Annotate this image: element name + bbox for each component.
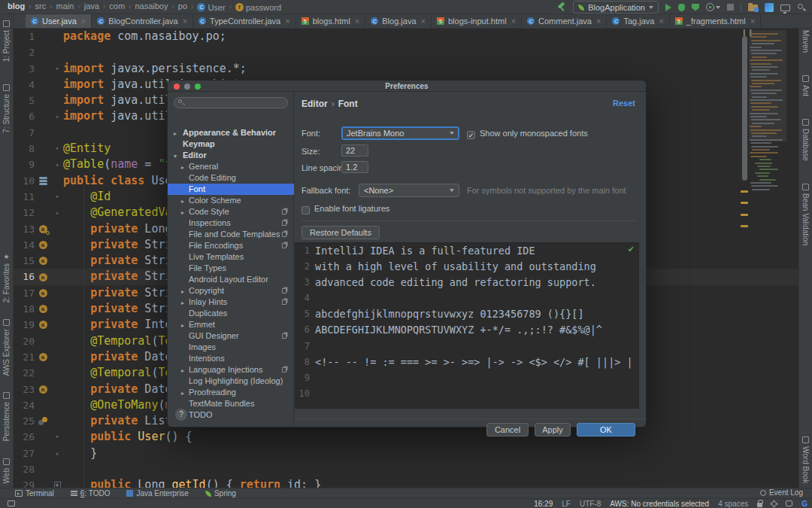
- settings-tree-item[interactable]: ▾Editor: [168, 150, 294, 161]
- tool-window-button-2-favorites[interactable]: ★2: Favorites: [2, 253, 11, 303]
- search-everywhere-icon[interactable]: [797, 3, 806, 12]
- settings-tree-item[interactable]: ▸Color Scheme: [168, 195, 294, 206]
- breadcrumb-item[interactable]: fpassword: [235, 3, 281, 12]
- editor-tab[interactable]: 5_fragments.html×: [670, 14, 761, 28]
- checkbox-checked-icon[interactable]: ✓: [467, 131, 475, 139]
- editor-tab[interactable]: CTag.java×: [607, 14, 669, 28]
- breadcrumb-item[interactable]: po: [178, 2, 187, 11]
- tree-collapsed-icon[interactable]: ▸: [181, 207, 184, 218]
- tab-close-icon[interactable]: ×: [81, 17, 86, 26]
- settings-tree-item[interactable]: File Encodings: [168, 240, 294, 251]
- tree-collapsed-icon[interactable]: ▸: [181, 388, 184, 399]
- tool-window-button-ant[interactable]: Ant: [801, 75, 810, 96]
- editor-tab[interactable]: CUser.java×: [26, 14, 92, 28]
- fold-marker[interactable]: ▴: [51, 205, 63, 221]
- settings-tree-item[interactable]: Code Editing: [168, 172, 294, 184]
- font-preview[interactable]: 1IntelliJ IDEA is a full-featured IDE2wi…: [295, 242, 639, 409]
- fold-marker[interactable]: ▾: [51, 61, 63, 77]
- field-icon[interactable]: a: [39, 273, 47, 281]
- settings-tree-item[interactable]: File Types: [168, 263, 294, 274]
- fold-marker[interactable]: ▾: [51, 189, 63, 205]
- field-icon[interactable]: a: [39, 289, 47, 297]
- relationship-icon[interactable]: [38, 417, 48, 425]
- settings-tree-item[interactable]: File and Code Templates: [168, 229, 294, 240]
- tree-collapsed-icon[interactable]: ▸: [181, 196, 184, 207]
- breadcrumb-item[interactable]: main: [56, 2, 74, 11]
- tree-collapsed-icon[interactable]: ▸: [174, 128, 177, 139]
- settings-tree-item[interactable]: Images: [168, 342, 294, 353]
- zoom-window-icon[interactable]: [195, 84, 201, 90]
- font-size-field[interactable]: [341, 144, 368, 157]
- tool-window-button-aws-explorer[interactable]: AWS Explorer: [2, 319, 11, 376]
- settings-tree-item[interactable]: Keymap: [168, 138, 294, 150]
- settings-tree-item[interactable]: ▸Appearance & Behavior: [168, 127, 294, 138]
- tree-collapsed-icon[interactable]: ▸: [181, 286, 184, 297]
- tool-window-button-bean-validation[interactable]: Bean Validation: [801, 184, 810, 245]
- tool-window-button-terminal[interactable]: Terminal: [15, 489, 54, 497]
- editor-tab[interactable]: 5blogs.html×: [296, 14, 366, 28]
- settings-tree-item[interactable]: Log Highlighting (Ideolog): [168, 376, 294, 387]
- jpa-entity-icon[interactable]: [39, 177, 47, 185]
- settings-tree-item[interactable]: ▸Code Style: [168, 206, 294, 217]
- settings-tree-item[interactable]: Inspections: [168, 217, 294, 229]
- monospaced-checkbox-row[interactable]: ✓Show only monospaced fonts: [467, 129, 588, 139]
- event-log-button[interactable]: Event Log: [760, 488, 803, 497]
- id-field-icon[interactable]: a: [39, 225, 47, 233]
- tool-window-button-java-enterprise[interactable]: Java Enterprise: [126, 489, 188, 497]
- breadcrumb-item[interactable]: src: [35, 2, 47, 11]
- lock-icon[interactable]: [757, 503, 762, 507]
- device-preview-icon[interactable]: [780, 5, 790, 11]
- stop-button[interactable]: [727, 4, 734, 11]
- breadcrumb-item[interactable]: com: [109, 2, 125, 11]
- project-structure-icon[interactable]: [748, 5, 758, 11]
- tree-collapsed-icon[interactable]: ▸: [181, 297, 184, 309]
- editor-tab[interactable]: CTypeController.java×: [193, 14, 296, 28]
- tool-window-button-database[interactable]: Database: [801, 119, 810, 161]
- settings-tree-item[interactable]: Android Layout Editor: [168, 274, 294, 285]
- fold-marker[interactable]: ▴: [51, 446, 63, 461]
- breadcrumb-item[interactable]: nasaiboy: [135, 2, 168, 11]
- settings-tree-item[interactable]: GUI Designer: [168, 330, 294, 342]
- apply-button[interactable]: Apply: [535, 423, 571, 437]
- breadcrumb-item[interactable]: blog: [8, 2, 25, 11]
- tab-close-icon[interactable]: ×: [421, 17, 426, 26]
- ligatures-checkbox-row[interactable]: ✓Enable font ligatures: [301, 204, 389, 214]
- settings-tree-item[interactable]: ▸General: [168, 161, 294, 172]
- ok-button[interactable]: OK: [577, 423, 635, 437]
- field-icon[interactable]: a: [39, 321, 47, 329]
- tree-collapsed-icon[interactable]: ▸: [181, 162, 184, 173]
- help-button[interactable]: ?: [175, 409, 187, 421]
- settings-tree-item[interactable]: ▸Proofreading: [168, 387, 294, 398]
- profiler-button[interactable]: [706, 3, 720, 11]
- tool-window-button-7-structure[interactable]: 7: Structure: [2, 84, 11, 133]
- tab-close-icon[interactable]: ×: [285, 17, 289, 26]
- code-text[interactable]: package com.nasaiboy.po;: [63, 29, 798, 44]
- reset-link[interactable]: Reset: [613, 99, 635, 108]
- code-text[interactable]: }: [63, 446, 798, 461]
- tab-close-icon[interactable]: ×: [750, 17, 755, 26]
- settings-tree-item[interactable]: ▸Inlay Hints: [168, 297, 294, 308]
- screencast-icon[interactable]: [786, 500, 792, 506]
- field-icon[interactable]: a: [39, 385, 47, 394]
- fold-marker[interactable]: ▴: [51, 108, 63, 124]
- gradle-sync-icon[interactable]: [765, 3, 774, 12]
- breadcrumb-item[interactable]: CUser: [197, 3, 225, 12]
- editor-scrollbar[interactable]: [742, 36, 747, 181]
- tree-expanded-icon[interactable]: ▾: [174, 151, 177, 162]
- code-text[interactable]: import javax.persistence.*;: [63, 61, 798, 77]
- tool-window-button-spring[interactable]: Spring: [205, 489, 236, 497]
- fallback-font-select[interactable]: <None>: [359, 184, 459, 197]
- editor-tab[interactable]: 5blogs-input.html×: [432, 14, 522, 28]
- code-minimap[interactable]: [749, 30, 786, 250]
- expand-fold-icon[interactable]: +: [54, 482, 61, 488]
- fold-marker[interactable]: ▾: [51, 429, 63, 445]
- run-button[interactable]: [665, 4, 671, 11]
- coverage-button[interactable]: [692, 4, 699, 11]
- tab-close-icon[interactable]: ×: [183, 17, 187, 26]
- encoding-widget[interactable]: UTF-8: [580, 500, 601, 508]
- tree-collapsed-icon[interactable]: ▸: [181, 320, 184, 331]
- minimize-window-icon[interactable]: [184, 84, 190, 90]
- settings-tree-item[interactable]: ▸Language Injections: [168, 364, 294, 376]
- settings-tree-item[interactable]: ▸Copyright: [168, 285, 294, 297]
- tab-close-icon[interactable]: ×: [511, 17, 516, 26]
